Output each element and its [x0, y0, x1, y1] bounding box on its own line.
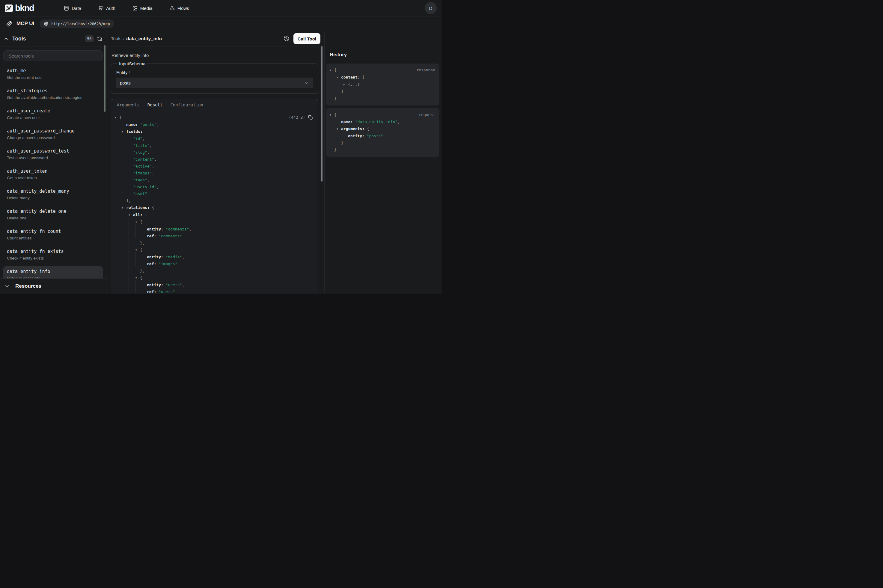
tool-item-desc: Retrieve entity info [7, 276, 99, 278]
tool-item-name: auth_user_password_test [7, 148, 99, 154]
tool-item-name: auth_user_token [7, 168, 99, 174]
tool-item-name: data_entity_fn_exists [7, 249, 99, 255]
resources-section-title: Resources [15, 283, 41, 289]
json-row[interactable]: ▶{...} [328, 81, 436, 88]
collapse-icon[interactable]: ▼ [135, 247, 140, 254]
json-row[interactable]: ▼content: [ [328, 74, 436, 81]
collapse-icon[interactable]: ▼ [330, 111, 334, 118]
collapse-icon[interactable]: ▼ [337, 74, 341, 81]
history-entry-response[interactable]: response▼{▼content: [▶{...}]} [326, 63, 439, 105]
input-schema-legend: InputSchema [117, 61, 147, 66]
sidebar-scrollbar[interactable] [104, 45, 105, 112]
json-row[interactable]: ▼arguments: { [328, 125, 436, 132]
breadcrumb: Tools/data_entity_info [111, 36, 162, 41]
json-row: } [328, 140, 436, 146]
result-json-view: ▼{name: "posts",▼fields: ["id","title","… [111, 110, 318, 293]
content-shell: Tools 50 auth_meGet the current userauth… [0, 31, 442, 293]
tab-arguments[interactable]: Arguments [115, 100, 141, 110]
mcp-url-pill[interactable]: http://localhost:28623/mcp [40, 20, 114, 28]
collapse-icon[interactable]: ▼ [122, 128, 126, 135]
mcp-title: MCP UI [16, 21, 34, 27]
tool-item-data_entity_delete_many[interactable]: data_entity_delete_manyDelete many [3, 186, 103, 203]
json-row[interactable]: ▼fields: [ [113, 128, 313, 135]
search-input[interactable] [8, 53, 98, 59]
tab-configuration[interactable]: Configuration [168, 100, 205, 110]
collapse-icon[interactable]: ▼ [135, 274, 140, 281]
breadcrumb-section[interactable]: Tools [111, 36, 121, 41]
nav-item-media[interactable]: Media [132, 6, 153, 11]
tool-item-auth_user_password_change[interactable]: auth_user_password_changeChange a user's… [3, 126, 103, 143]
json-row: "images", [113, 170, 313, 177]
tool-item-auth_me[interactable]: auth_meGet the current user [3, 65, 103, 83]
json-row[interactable]: ▼{ [113, 219, 313, 226]
database-icon [64, 6, 69, 11]
tool-item-auth_user_token[interactable]: auth_user_tokenGet a user token [3, 166, 103, 183]
nav-item-data[interactable]: Data [64, 6, 81, 11]
collapse-icon[interactable]: ▼ [330, 67, 334, 74]
indent-guide [115, 120, 115, 293]
copy-button[interactable] [308, 115, 313, 120]
json-row: name: "data_entity_info", [328, 118, 436, 125]
json-row: "id", [113, 135, 313, 142]
tool-item-auth_user_password_test[interactable]: auth_user_password_testTest a user's pas… [3, 146, 103, 163]
tab-result[interactable]: Result [146, 100, 165, 110]
chevron-down-icon [5, 284, 9, 288]
collapse-icon[interactable]: ▼ [122, 204, 126, 211]
json-row: } [328, 95, 436, 102]
mcp-logo-icon [6, 20, 12, 27]
collapse-icon[interactable]: ▼ [135, 219, 140, 226]
user-avatar[interactable]: D [425, 2, 437, 14]
nav-item-flows[interactable]: Flows [169, 6, 189, 11]
history-entry-request[interactable]: request▼{name: "data_entity_info",▼argum… [326, 108, 439, 157]
tool-item-data_entity_fn_count[interactable]: data_entity_fn_countCount entities [3, 226, 103, 243]
refresh-tools-button[interactable] [97, 36, 102, 41]
json-row[interactable]: ▼relations: { [113, 204, 313, 211]
tool-item-desc: Change a user's password [7, 135, 99, 140]
collapse-icon[interactable]: ▼ [115, 114, 119, 121]
tool-item-desc: Create a new user [7, 115, 99, 120]
collapse-icon[interactable]: ▼ [337, 126, 341, 132]
json-row: ], [113, 197, 313, 204]
entity-select-value: posts [120, 80, 131, 86]
call-history-button[interactable] [284, 36, 289, 42]
nav-label: Media [140, 6, 153, 11]
tool-item-name: data_entity_fn_count [7, 229, 99, 234]
tools-section-header[interactable]: Tools 50 [0, 31, 106, 46]
tools-section-title: Tools [12, 36, 26, 42]
globe-icon [44, 21, 49, 26]
tools-sidebar: Tools 50 auth_meGet the current userauth… [0, 31, 106, 293]
tool-detail-panel: Tools/data_entity_info Call Tool Retriev… [106, 31, 324, 293]
json-row: } [328, 146, 436, 153]
copy-icon [308, 115, 313, 120]
history-list: response▼{▼content: [▶{...}]}request▼{na… [325, 60, 442, 159]
tool-item-data_entity_info[interactable]: data_entity_infoRetrieve entity info [3, 266, 103, 278]
collapse-icon[interactable]: ▼ [129, 212, 133, 219]
tool-item-data_entity_fn_exists[interactable]: data_entity_fn_existsCheck if entity exi… [3, 246, 103, 263]
json-row: entity: "users", [113, 281, 313, 288]
json-row[interactable]: ▼{ [113, 246, 313, 254]
json-row: "title", [113, 142, 313, 149]
tool-item-data_entity_delete_one[interactable]: data_entity_delete_oneDelete one [3, 206, 103, 223]
json-row: entity: "posts" [328, 132, 436, 140]
required-asterisk: * [129, 70, 130, 75]
tool-item-desc: Count entities [7, 236, 99, 241]
breadcrumb-tool-name: data_entity_info [126, 36, 162, 41]
refresh-icon [97, 36, 102, 41]
json-row[interactable]: ▼{ [113, 114, 313, 121]
tool-item-auth_user_create[interactable]: auth_user_createCreate a new user [3, 105, 103, 123]
tool-detail-header: Tools/data_entity_info Call Tool [106, 31, 324, 46]
image-icon [132, 6, 138, 11]
call-tool-button[interactable]: Call Tool [294, 33, 321, 44]
nav-item-auth[interactable]: Auth [98, 6, 115, 11]
tool-item-desc: Get the available authentication strateg… [7, 95, 99, 100]
main-scrollbar[interactable] [321, 46, 322, 182]
json-row: ref: "images" [113, 260, 313, 267]
json-row[interactable]: ▼all: [ [113, 211, 313, 219]
expand-icon[interactable]: ▶ [343, 81, 348, 88]
tool-item-auth_strategies[interactable]: auth_strategiesGet the available authent… [3, 86, 103, 103]
json-row[interactable]: ▼{ [113, 274, 313, 281]
entity-select[interactable]: posts [116, 78, 313, 88]
workflow-icon [169, 6, 175, 11]
resources-section-header[interactable]: Resources [0, 278, 106, 293]
brand-logo[interactable]: bknd [5, 3, 34, 13]
